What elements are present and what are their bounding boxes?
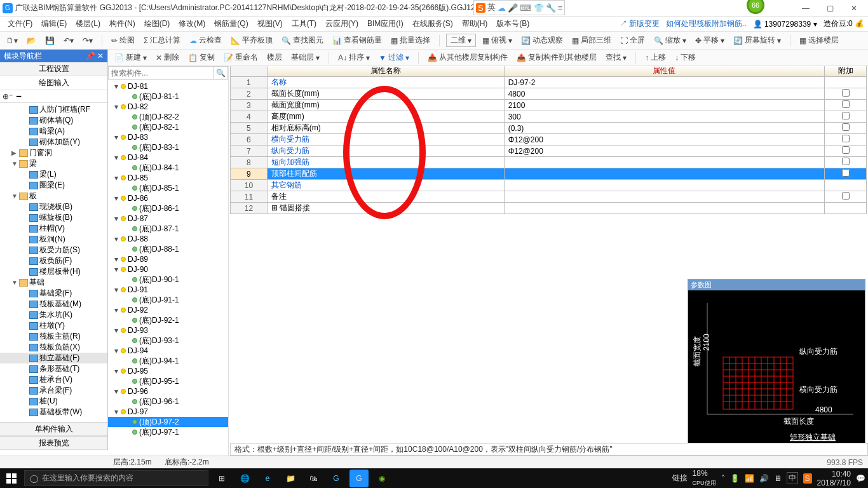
- menu-tools[interactable]: 工具(T): [288, 17, 320, 30]
- move-down-btn[interactable]: ↓ 下移: [672, 51, 698, 64]
- tray-cpu[interactable]: 18%CPU使用: [693, 469, 716, 487]
- component-tree-item[interactable]: (底)DJ-81-1: [108, 92, 228, 102]
- filter-btn[interactable]: ▼ 过滤▾: [376, 51, 412, 64]
- menu-file[interactable]: 文件(F): [4, 17, 36, 30]
- extra-checkbox[interactable]: [842, 100, 850, 108]
- nav-tree-item[interactable]: ▼ 梁: [0, 158, 107, 169]
- component-tree-item[interactable]: (底)DJ-84-1: [108, 163, 228, 173]
- draw-btn[interactable]: ✏ 绘图: [109, 34, 137, 46]
- tray-sogou-icon[interactable]: S: [803, 473, 812, 484]
- explorer-icon[interactable]: 📁: [281, 470, 300, 487]
- component-tree-item[interactable]: (底)DJ-93-1: [108, 336, 228, 346]
- menu-rebar[interactable]: 钢筋量(Q): [210, 17, 252, 30]
- nav-tree-item[interactable]: 柱墩(Y): [0, 320, 107, 331]
- menu-cloud[interactable]: 云应用(Y): [322, 17, 362, 30]
- find-btn[interactable]: 🔍 查找图元: [279, 34, 326, 46]
- rotate-btn[interactable]: 🔄 屏幕旋转▾: [731, 34, 783, 46]
- cloud-check-btn[interactable]: ☁ 云检查: [187, 34, 224, 46]
- extra-checkbox[interactable]: [842, 135, 850, 142]
- nav-tree-item[interactable]: 板负筋(F): [0, 255, 107, 266]
- component-tree-item[interactable]: ▾DJ-84: [108, 152, 228, 163]
- component-tree-item[interactable]: (底)DJ-90-1: [108, 274, 228, 285]
- property-row[interactable]: 7纵向受力筋Φ12@200: [231, 146, 867, 157]
- nav-tree-item[interactable]: 现浇板(B): [0, 201, 107, 212]
- component-tree-item[interactable]: (底)DJ-97-1: [108, 427, 228, 437]
- nav-tree-item[interactable]: 集水坑(K): [0, 309, 107, 320]
- component-tree-item[interactable]: ▾DJ-90: [108, 264, 228, 274]
- menu-online[interactable]: 在线服务(S): [409, 17, 457, 30]
- component-tree-item[interactable]: (底)DJ-88-1: [108, 244, 228, 254]
- nav-tree-item[interactable]: 承台梁(F): [0, 385, 107, 396]
- nav-tree-item[interactable]: 楼层板带(H): [0, 266, 107, 277]
- copy-btn[interactable]: 📋 复制: [186, 51, 217, 64]
- property-row[interactable]: 5相对底标高(m)(0.3): [231, 123, 867, 134]
- property-row[interactable]: 10其它钢筋: [231, 180, 867, 191]
- property-row[interactable]: 9顶部柱间配筋: [231, 168, 867, 180]
- property-row[interactable]: 2截面长度(mm)4800: [231, 88, 867, 100]
- component-tree-item[interactable]: ▾DJ-93: [108, 325, 228, 336]
- copy-to-btn[interactable]: 📤 复制构件到其他楼层: [514, 51, 599, 64]
- component-tree-item[interactable]: (底)DJ-87-1: [108, 224, 228, 234]
- ime-toolbar[interactable]: S 英 ☁ 🎤 ⌨ 👕 🔧 ≡: [473, 0, 565, 15]
- menu-modify[interactable]: 修改(M): [175, 17, 209, 30]
- menu-floor[interactable]: 楼层(L): [72, 17, 104, 30]
- component-tree-item[interactable]: (顶)DJ-97-2: [108, 417, 228, 427]
- copy-from-btn[interactable]: 📥 从其他楼层复制构件: [425, 51, 510, 64]
- nav-tree-item[interactable]: 条形基础(T): [0, 363, 107, 374]
- nav-tree-item[interactable]: 桩(U): [0, 396, 107, 407]
- rename-btn[interactable]: 📝 重命名: [221, 51, 261, 64]
- local3d-btn[interactable]: ▦ 局部三维: [569, 34, 614, 46]
- nav-tree-item[interactable]: 板受力筋(S): [0, 245, 107, 255]
- dim-dropdown[interactable]: 二维 ▾: [446, 34, 476, 47]
- nav-tree-item[interactable]: 板洞(N): [0, 234, 107, 245]
- component-tree-item[interactable]: ▾DJ-91: [108, 285, 228, 295]
- nav-tree-item[interactable]: 柱帽(V): [0, 223, 107, 234]
- minimize-button[interactable]: ―: [799, 4, 812, 13]
- nav-collapse-icon[interactable]: ━: [17, 92, 21, 101]
- component-tree-item[interactable]: ▾DJ-87: [108, 214, 228, 224]
- sort-btn[interactable]: A↓ 排序▾: [336, 51, 372, 64]
- tray-volume-icon[interactable]: 🔊: [759, 474, 769, 483]
- nav-tree-item[interactable]: ▼ 基础: [0, 277, 107, 288]
- nav-expand-icon[interactable]: ⊕⁻: [3, 92, 13, 101]
- property-row[interactable]: 4高度(mm)300: [231, 111, 867, 123]
- tray-link[interactable]: 链接: [672, 473, 688, 484]
- property-row[interactable]: 1名称DJ-97-2: [231, 77, 867, 88]
- tray-up-icon[interactable]: ˄: [721, 474, 725, 483]
- tray-monitor-icon[interactable]: 🖥: [774, 474, 782, 483]
- menu-version[interactable]: 版本号(B): [492, 17, 533, 30]
- ime-mic-icon[interactable]: 🎤: [508, 3, 518, 13]
- component-tree-item[interactable]: ▾DJ-94: [108, 346, 228, 356]
- ime-lang[interactable]: 英: [487, 2, 496, 13]
- panel-close-icon[interactable]: ✕: [97, 51, 104, 60]
- nav-tab-draw[interactable]: 绘图输入: [0, 76, 107, 90]
- move-up-btn[interactable]: ↑ 上移: [642, 51, 668, 64]
- extra-checkbox[interactable]: [842, 192, 850, 200]
- menu-view[interactable]: 视图(V): [254, 17, 287, 30]
- open-file-icon[interactable]: 📂: [24, 36, 39, 46]
- ime-keyboard-icon[interactable]: ⌨: [520, 3, 532, 13]
- foundation-dropdown[interactable]: 基础层 ▾: [288, 51, 322, 64]
- search-btn[interactable]: 查找▾: [603, 51, 629, 64]
- nav-tree-item[interactable]: 筏板负筋(X): [0, 342, 107, 353]
- maximize-button[interactable]: ▢: [824, 4, 836, 13]
- redo-icon[interactable]: ↷▾: [80, 36, 95, 46]
- nav-tree-item[interactable]: 砌体加筋(Y): [0, 137, 107, 147]
- component-tree-item[interactable]: (底)DJ-92-1: [108, 315, 228, 325]
- floor-dropdown[interactable]: 楼层: [264, 51, 285, 64]
- nav-tree-item[interactable]: ▼ 板: [0, 191, 107, 201]
- ime-tool-icon[interactable]: 🔧: [546, 3, 556, 13]
- orbit-btn[interactable]: 🔄 动态观察: [519, 34, 566, 46]
- ime-skin-icon[interactable]: 👕: [534, 3, 544, 13]
- nav-tree-item[interactable]: 砌体墙(Q): [0, 115, 107, 126]
- component-tree-item[interactable]: (底)DJ-82-1: [108, 122, 228, 132]
- nav-tree-item[interactable]: 基础板带(W): [0, 407, 107, 417]
- component-tree-item[interactable]: (顶)DJ-82-2: [108, 112, 228, 122]
- nav-tree-item[interactable]: 暗梁(A): [0, 126, 107, 137]
- component-tree-item[interactable]: ▾DJ-96: [108, 386, 228, 396]
- app-g-icon[interactable]: G: [327, 470, 346, 487]
- component-tree-item[interactable]: (底)DJ-95-1: [108, 376, 228, 386]
- extra-checkbox[interactable]: [842, 123, 850, 131]
- tray-notifications-icon[interactable]: 💬: [856, 474, 865, 483]
- start-button[interactable]: [3, 470, 20, 487]
